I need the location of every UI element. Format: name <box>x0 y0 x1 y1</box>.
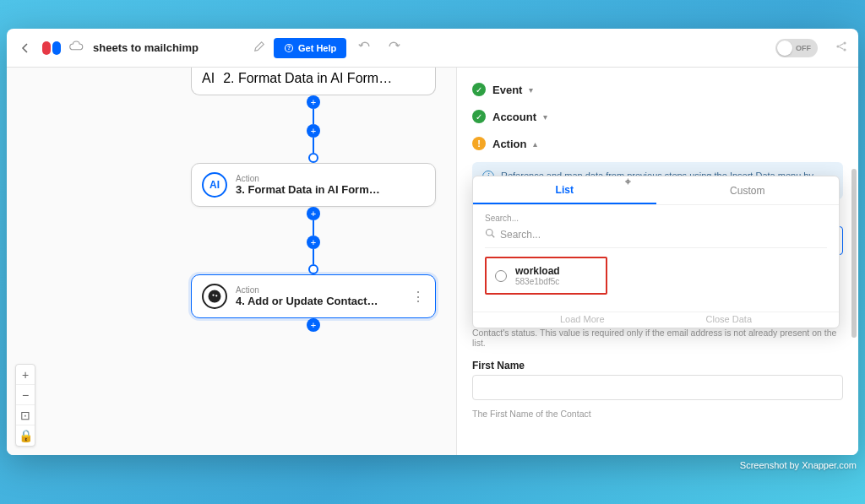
ai-icon: AI <box>202 172 227 198</box>
option-id: 583e1bdf5c <box>515 277 560 286</box>
redo-button[interactable] <box>387 41 400 56</box>
node-label: Action <box>236 174 425 183</box>
dropdown-tabs: List⌖ Custom <box>473 176 839 205</box>
app-window: ? Get Help OFF AI 2. Format Data in AI F… <box>7 29 858 455</box>
get-help-button[interactable]: ? Get Help <box>274 38 346 58</box>
connector: + + <box>307 207 320 274</box>
dropdown-footer: Load More Close Data <box>473 312 839 328</box>
edit-title-icon[interactable] <box>253 41 265 56</box>
watermark: Screenshot by Xnapper.com <box>740 460 857 470</box>
first-name-hint: The First Name of the Contact <box>472 409 843 419</box>
ai-icon: AI <box>202 71 215 86</box>
account-section[interactable]: ✓ Account ▾ <box>472 103 843 130</box>
workflow-node-selected[interactable]: Action4. Add or Update Contact… ⋮ <box>191 274 436 318</box>
workflow-node[interactable]: AI Action3. Format Data in AI Form… <box>191 163 436 207</box>
cloud-icon <box>69 41 84 56</box>
config-panel: ✓ Event ▾ ✓ Account ▾ ! Action ▴ i Refer… <box>456 68 858 455</box>
list-dropdown: List⌖ Custom Search... Search... workloa… <box>472 176 840 328</box>
svg-line-9 <box>492 235 494 237</box>
connector-handle[interactable] <box>308 153 318 163</box>
node-label: Action <box>236 285 403 295</box>
add-step-icon[interactable]: + <box>307 236 320 249</box>
share-icon[interactable] <box>835 40 848 57</box>
dropdown-search[interactable]: Search... <box>485 225 827 248</box>
header: ? Get Help OFF <box>7 29 858 68</box>
tab-list[interactable]: List⌖ <box>473 176 656 204</box>
scrollbar-thumb[interactable] <box>851 169 857 338</box>
tab-custom[interactable]: Custom <box>656 176 840 204</box>
first-name-label: First Name <box>472 360 843 371</box>
search-icon <box>485 228 495 241</box>
svg-point-4 <box>843 48 846 51</box>
main: AI 2. Format Data in AI Form… + + AI Act… <box>7 68 858 455</box>
node-title: 4. Add or Update Contact… <box>236 295 403 307</box>
option-name: workload <box>515 265 560 277</box>
workflow-column: AI 2. Format Data in AI Form… + + AI Act… <box>191 68 436 332</box>
zoom-in-button[interactable]: + <box>16 365 35 385</box>
workflow-node[interactable]: AI 2. Format Data in AI Form… <box>191 68 436 95</box>
status-note: Contact's status. This value is required… <box>472 328 843 348</box>
dropdown-option-workload[interactable]: workload 583e1bdf5c <box>485 257 607 295</box>
canvas[interactable]: AI 2. Format Data in AI Form… + + AI Act… <box>7 68 456 455</box>
warning-icon: ! <box>472 137 486 150</box>
svg-point-5 <box>209 290 221 303</box>
fit-button[interactable]: ⊡ <box>16 405 35 425</box>
node-title: 2. Format Data in AI Form… <box>223 71 392 86</box>
chevron-down-icon: ▾ <box>529 85 533 95</box>
enable-toggle[interactable]: OFF <box>775 39 818 57</box>
event-section[interactable]: ✓ Event ▾ <box>472 76 843 103</box>
add-step-icon[interactable]: + <box>307 318 320 332</box>
chevron-up-icon: ▴ <box>533 139 537 149</box>
chevron-down-icon: ▾ <box>543 112 547 122</box>
close-button[interactable]: Close Data <box>706 314 752 324</box>
add-step-icon[interactable]: + <box>307 124 320 138</box>
zoom-out-button[interactable]: − <box>16 385 35 405</box>
connector-handle[interactable] <box>308 264 318 274</box>
svg-point-7 <box>215 295 217 296</box>
svg-point-2 <box>836 45 839 47</box>
lock-button[interactable]: 🔒 <box>16 425 35 446</box>
back-button[interactable] <box>17 40 34 57</box>
radio-icon <box>495 270 507 282</box>
add-step-icon[interactable]: + <box>307 95 320 109</box>
get-help-label: Get Help <box>298 43 336 53</box>
undo-button[interactable] <box>358 41 372 56</box>
add-step-icon[interactable]: + <box>307 207 320 220</box>
connector: + + <box>307 95 320 163</box>
zoom-controls: + − ⊡ 🔒 <box>15 364 35 447</box>
action-section[interactable]: ! Action ▴ <box>472 130 843 157</box>
load-more-button[interactable]: Load More <box>560 314 605 324</box>
svg-point-8 <box>487 230 493 236</box>
workflow-title-input[interactable] <box>93 41 228 54</box>
mailchimp-icon <box>202 284 227 309</box>
cursor-icon: ⌖ <box>625 176 631 187</box>
svg-point-3 <box>843 41 846 44</box>
search-label: Search... <box>485 214 827 223</box>
connector: + <box>307 318 320 332</box>
app-logo <box>42 41 61 55</box>
node-more-icon[interactable]: ⋮ <box>411 289 425 305</box>
node-title: 3. Format Data in AI Form… <box>236 183 425 196</box>
check-icon: ✓ <box>472 83 486 96</box>
first-name-input[interactable] <box>472 375 843 400</box>
check-icon: ✓ <box>472 110 486 123</box>
svg-text:?: ? <box>287 45 291 51</box>
svg-point-6 <box>212 294 214 295</box>
